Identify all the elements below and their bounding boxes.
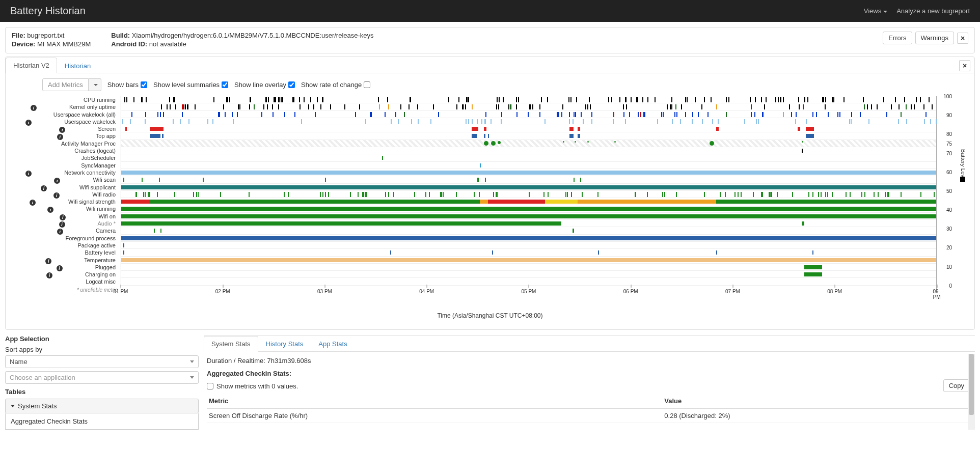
timeline-row[interactable] (121, 242, 936, 249)
row-label: Camera (96, 228, 116, 234)
info-icon[interactable]: i (57, 229, 63, 235)
info-icon[interactable]: i (46, 272, 52, 278)
info-icon[interactable]: i (25, 120, 32, 126)
col-value: Value (662, 394, 972, 408)
warnings-button[interactable]: Warnings (915, 32, 954, 44)
timeline-row[interactable] (121, 191, 936, 198)
agg-checkin-item[interactable]: Aggregated Checkin Stats (5, 413, 199, 430)
timeline-row[interactable] (121, 213, 936, 220)
tables-heading: Tables (5, 388, 199, 396)
build-value: Xiaomi/hydrogen/hydrogen:6.0.1/MMB29M/V7… (132, 32, 374, 39)
row-label: Plugged (95, 264, 116, 270)
errors-button[interactable]: Errors (883, 32, 912, 44)
copy-button[interactable]: Copy (943, 379, 970, 392)
info-icon[interactable]: i (57, 265, 63, 271)
timeline-row[interactable] (121, 169, 936, 176)
info-icon[interactable]: i (41, 185, 47, 191)
info-icon[interactable]: i (59, 221, 65, 228)
row-label: Wifi on (98, 213, 116, 219)
tab-app-stats[interactable]: App Stats (311, 336, 355, 352)
timeline-row[interactable] (121, 184, 936, 191)
timeline-row[interactable] (121, 125, 936, 132)
timeline-row[interactable] (121, 249, 936, 256)
timeline-row[interactable] (121, 111, 936, 118)
close-panel-button[interactable]: × (959, 60, 970, 71)
info-icon[interactable]: i (60, 214, 66, 220)
show-zero-toggle[interactable]: Show metrics with 0 values. (207, 382, 972, 390)
agg-checkin-title: Aggregated Checkin Stats: (207, 370, 972, 377)
info-icon[interactable]: i (47, 207, 53, 213)
info-icon[interactable]: i (30, 200, 36, 206)
timeline-row[interactable] (121, 140, 936, 147)
add-metrics-control[interactable]: Add Metrics (42, 78, 101, 91)
timeline-row[interactable] (121, 118, 936, 125)
info-icon[interactable]: i (59, 127, 65, 133)
timeline-row[interactable] (121, 132, 936, 139)
show-bars-toggle[interactable]: Show bars (107, 81, 147, 89)
tab-historian-v2[interactable]: Historian V2 (6, 58, 57, 73)
row-label: Kernel only uptime (69, 104, 116, 110)
tab-system-stats[interactable]: System Stats (204, 336, 258, 352)
x-axis-label: Time (Asia/Shanghai CST UTC+08:00) (13, 312, 967, 319)
tab-history-stats[interactable]: History Stats (258, 336, 311, 352)
views-menu[interactable]: Views (864, 7, 887, 15)
stats-body: Duration / Realtime: 7h31m39.608s Aggreg… (204, 357, 975, 423)
right-pane: System Stats History Stats App Stats Dur… (204, 335, 975, 430)
chevron-down-icon (190, 376, 194, 379)
row-label: Userspace wakelock (64, 119, 116, 125)
metrics-table: Metric Value Screen Off Discharge Rate (… (207, 394, 972, 423)
timeline-chart[interactable]: CPU runningiKernel only uptimeUserspace … (13, 96, 967, 300)
row-label: Activity Manager Proc (61, 141, 116, 147)
chevron-down-icon[interactable] (89, 78, 101, 91)
show-level-toggle[interactable]: Show level summaries (153, 81, 228, 89)
nav-right: Views Analyze a new bugreport (864, 7, 970, 15)
timeline-row[interactable] (121, 103, 936, 110)
row-label: Wifi radio (92, 191, 116, 198)
info-panel: File: bugreport.txt Device: MI MAX MMB29… (5, 27, 975, 53)
timeline-row[interactable] (121, 147, 936, 154)
app-title: Battery Historian (10, 5, 86, 17)
timeline-row[interactable] (121, 271, 936, 278)
file-value: bugreport.txt (27, 32, 64, 39)
timeline-row[interactable] (121, 176, 936, 183)
info-icon[interactable]: i (45, 258, 51, 264)
row-label: Crashes (logcat) (74, 148, 116, 154)
timeline-row[interactable] (121, 96, 936, 103)
app-select[interactable]: Choose an application (5, 371, 199, 384)
scrollbar[interactable] (968, 354, 975, 430)
row-label: Wifi supplicant (79, 184, 116, 190)
app-selection-heading: App Selection (5, 335, 199, 343)
timeline-row[interactable] (121, 257, 936, 264)
chart-toolbar: Add Metrics Show bars Show level summari… (6, 73, 974, 93)
timeline-row[interactable] (121, 205, 936, 212)
row-label: Top app (96, 133, 116, 139)
sort-by-select[interactable]: Name (5, 355, 199, 368)
timeline-row[interactable] (121, 264, 936, 271)
info-icon[interactable]: i (53, 192, 60, 199)
timeline-row[interactable] (121, 198, 936, 205)
timeline-row[interactable] (121, 227, 936, 234)
bottom-section: App Selection Sort apps by Name Choose a… (5, 335, 975, 430)
duration-text: Duration / Realtime: 7h31m39.608s (207, 357, 972, 365)
timeline-row[interactable] (121, 154, 936, 161)
info-icon[interactable]: i (57, 134, 63, 140)
close-info-button[interactable]: × (957, 33, 968, 44)
row-label: Wifi signal strength (68, 199, 116, 205)
show-line-toggle[interactable]: Show line overlay (234, 81, 295, 89)
legend-swatch (960, 177, 965, 182)
info-right: Errors Warnings × (883, 32, 968, 44)
show-rate-toggle[interactable]: Show rate of change (301, 81, 370, 89)
info-icon[interactable]: i (54, 178, 60, 184)
info-icon[interactable]: i (31, 105, 37, 111)
timeline-row[interactable] (121, 235, 936, 242)
row-label: CPU running (84, 97, 116, 103)
system-stats-accordion[interactable]: System Stats (5, 399, 199, 413)
tab-historian[interactable]: Historian (57, 58, 98, 73)
info-icon[interactable]: i (25, 171, 32, 177)
timeline-row[interactable] (121, 220, 936, 227)
timeline-row[interactable] (121, 162, 936, 169)
analyze-link[interactable]: Analyze a new bugreport (896, 7, 970, 15)
scrollbar-thumb[interactable] (969, 354, 974, 415)
row-label: SyncManager (81, 162, 116, 169)
main-tabs: Historian V2 Historian × (6, 57, 974, 73)
